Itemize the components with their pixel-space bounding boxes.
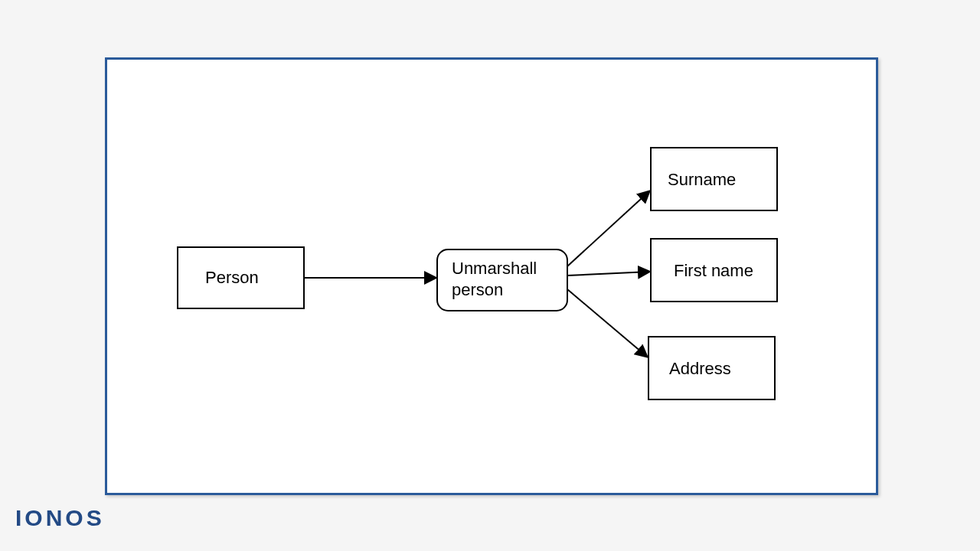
node-firstname-label: First name (674, 261, 753, 280)
brand-logo: IONOS (15, 505, 105, 531)
node-address-label: Address (669, 359, 731, 378)
diagram-frame: Person Unmarshall person Surname First n… (105, 57, 878, 495)
diagram-svg: Person Unmarshall person Surname First n… (107, 60, 876, 493)
node-process-label-line2: person (452, 280, 503, 299)
node-person-label: Person (205, 268, 259, 287)
arrow-process-to-surname (567, 191, 649, 266)
arrow-process-to-firstname (567, 272, 649, 276)
node-process-label-line1: Unmarshall (452, 259, 537, 278)
arrow-process-to-address (567, 289, 647, 357)
node-surname-label: Surname (668, 170, 736, 189)
